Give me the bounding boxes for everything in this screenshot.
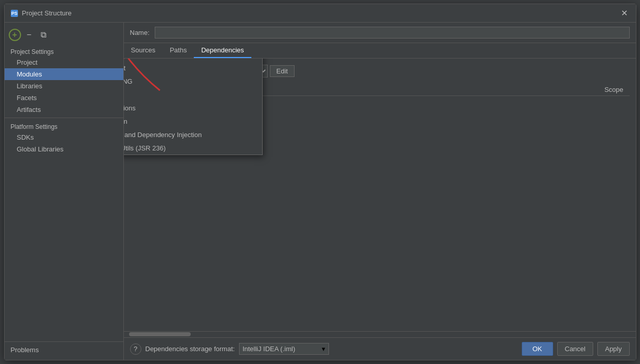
bottom-divider <box>5 341 123 342</box>
bottom-buttons: OK Cancel Apply <box>522 342 630 356</box>
sidebar-toolbar: + − ⧉ <box>5 27 123 43</box>
tab-dependencies[interactable]: Dependencies <box>194 43 251 58</box>
dropdown-item-batch[interactable]: Batch Applications <box>124 101 262 114</box>
project-settings-label: Project Settings <box>5 45 123 56</box>
chevron-down-icon: ▾ <box>322 345 325 353</box>
main-content: + − ⧉ Project Settings Project Modules L… <box>5 23 636 360</box>
dropdown-item-arquillian-testng-label: Arquillian TestNG <box>124 78 133 85</box>
platform-settings-label: Platform Settings <box>5 120 123 131</box>
dropdown-item-concurrency[interactable]: Concurrency Utils (JSR 236) <box>124 141 262 155</box>
apply-button[interactable]: Apply <box>597 342 630 356</box>
window-title: Project Structure <box>22 9 72 17</box>
title-bar: PS Project Structure ✕ <box>5 4 636 23</box>
cancel-button[interactable]: Cancel <box>557 342 593 356</box>
deps-select-wrapper[interactable]: IntelliJ IDEA (.iml) ▾ <box>239 343 329 355</box>
dropdown-item-batch-label: Batch Applications <box>124 104 136 112</box>
sidebar-item-facets[interactable]: Facets <box>5 92 123 104</box>
bottom-bar: ? Dependencies storage format: IntelliJ … <box>124 337 636 360</box>
sidebar-item-artifacts[interactable]: Artifacts <box>5 104 123 116</box>
scrollbar-area[interactable] <box>124 331 636 337</box>
add-button[interactable]: + <box>9 29 21 41</box>
close-button[interactable]: ✕ <box>618 7 631 19</box>
name-input[interactable] <box>155 27 630 39</box>
sidebar-item-sdks[interactable]: SDKs <box>5 131 123 143</box>
sidebar: + − ⧉ Project Settings Project Modules L… <box>5 23 124 360</box>
dropdown-item-bean[interactable]: Bean Validation <box>124 114 262 128</box>
dropdown-item-arquillian-junit-label: Arquillian JUnit <box>124 64 126 72</box>
deps-storage-label: Dependencies storage format: <box>145 345 235 353</box>
sidebar-item-problems[interactable]: Problems <box>5 344 123 356</box>
project-structure-window: PS Project Structure ✕ + − ⧉ Project Set… <box>4 4 636 360</box>
tabs-row: Sources Paths Dependencies <box>124 43 636 59</box>
app-icon: PS <box>10 9 19 18</box>
svg-text:PS: PS <box>11 11 17 16</box>
dropdown-item-cdi-label: CDI: Contexts and Dependency Injection <box>124 131 202 139</box>
sidebar-item-libraries[interactable]: Libraries <box>5 80 123 92</box>
deps-select-value: IntelliJ IDEA (.iml) <box>243 345 320 353</box>
dropdown-item-bean-label: Bean Validation <box>124 118 127 125</box>
dropdown-item-arquillian-testng[interactable]: Arquillian TestNG <box>124 74 262 88</box>
dropdown-item-aspectj[interactable]: A AspectJ <box>124 88 262 101</box>
title-bar-left: PS Project Structure <box>10 9 72 18</box>
right-panel: Name: Sources Paths Dependencies SDK: < … <box>124 23 636 360</box>
sidebar-divider <box>5 118 123 118</box>
scroll-thumb[interactable] <box>129 332 191 336</box>
name-row: Name: <box>124 23 636 43</box>
dropdown-item-concurrency-label: Concurrency Utils (JSR 236) <box>124 144 166 152</box>
name-label: Name: <box>130 29 151 36</box>
remove-button[interactable]: − <box>23 29 35 41</box>
sidebar-item-project[interactable]: Project <box>5 56 123 68</box>
help-button[interactable]: ? <box>130 343 141 355</box>
add-dropdown: Add New Module <box>124 59 263 155</box>
dropdown-item-arquillian-junit[interactable]: Arquillian JUnit <box>124 61 262 74</box>
bottom-left: ? Dependencies storage format: IntelliJ … <box>130 343 329 355</box>
sidebar-item-global-libraries[interactable]: Global Libraries <box>5 143 123 155</box>
scope-label: Scope <box>605 86 624 93</box>
edit-button[interactable]: Edit <box>270 65 295 77</box>
tab-sources[interactable]: Sources <box>124 43 163 58</box>
panel-content: SDK: < 1.8 Edit Scope Add <box>124 59 636 331</box>
tab-paths[interactable]: Paths <box>162 43 194 58</box>
copy-button[interactable]: ⧉ <box>38 29 50 41</box>
sidebar-item-modules[interactable]: Modules <box>5 68 123 80</box>
ok-button[interactable]: OK <box>522 342 553 356</box>
dropdown-item-cdi[interactable]: CDI: Contexts and Dependency Injection <box>124 128 262 141</box>
